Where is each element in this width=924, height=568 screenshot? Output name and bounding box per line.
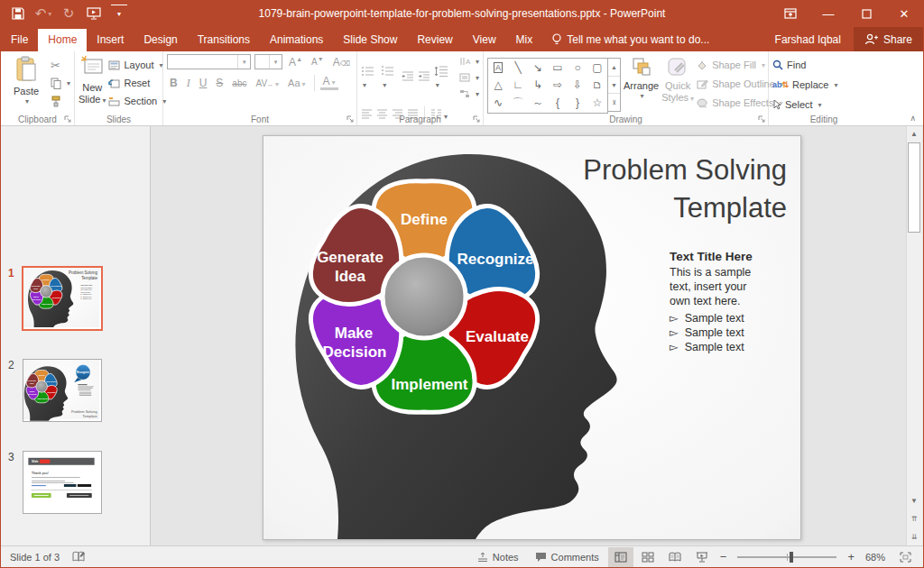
tab-view[interactable]: View bbox=[463, 29, 506, 51]
section-button[interactable]: Section▾ bbox=[108, 94, 166, 108]
ribbon-display-options-icon[interactable] bbox=[772, 0, 809, 27]
scroll-up-arrow[interactable]: ▲ bbox=[907, 126, 921, 141]
redo-icon[interactable]: ↻ bbox=[60, 5, 77, 22]
shape-right-arrow-icon[interactable]: ⇨ bbox=[553, 78, 562, 91]
quick-styles-button[interactable]: QuickStyles▾ bbox=[661, 54, 694, 112]
paste-button[interactable]: Paste▾ bbox=[5, 54, 48, 112]
drawing-dialog-launcher[interactable] bbox=[758, 115, 766, 124]
shape-down-arrow-icon[interactable]: ⇩ bbox=[573, 78, 582, 91]
shape-rectangle-icon[interactable]: ▭ bbox=[552, 61, 562, 74]
increase-indent-icon[interactable] bbox=[418, 71, 430, 84]
clipboard-dialog-launcher[interactable] bbox=[64, 115, 72, 124]
vertical-scrollbar[interactable]: ▲ ▼ ⇈ ⇊ bbox=[906, 126, 922, 545]
shapes-gallery-more[interactable]: ⊻ bbox=[608, 94, 620, 111]
tell-me-box[interactable]: Tell me what you want to do... bbox=[542, 29, 719, 51]
font-color-button[interactable]: A▾ bbox=[320, 77, 338, 90]
bullets-icon[interactable]: ▾ bbox=[361, 66, 377, 89]
zoom-out-button[interactable]: − bbox=[716, 550, 731, 563]
text-direction-icon[interactable]: A▾ bbox=[459, 54, 479, 69]
scrollbar-thumb[interactable] bbox=[908, 142, 920, 233]
shape-textbox-icon[interactable]: A bbox=[494, 62, 503, 73]
previous-slide-button[interactable]: ⇈ bbox=[907, 511, 921, 526]
shape-arc-icon[interactable]: ⌒ bbox=[513, 96, 523, 111]
font-size-combo[interactable]: ▾ bbox=[254, 54, 282, 69]
cut-icon[interactable]: ✂ bbox=[51, 58, 70, 72]
decrease-indent-icon[interactable] bbox=[402, 71, 414, 84]
character-spacing-button[interactable]: AV↔▾ bbox=[253, 78, 282, 88]
maximize-button[interactable] bbox=[847, 0, 885, 27]
zoom-in-button[interactable]: + bbox=[844, 550, 858, 563]
arrange-button[interactable]: Arrange▾ bbox=[624, 54, 659, 112]
new-slide-button[interactable]: NewSlide▾ bbox=[79, 54, 106, 112]
comments-toggle[interactable]: Comments bbox=[528, 545, 606, 568]
shapes-scroll-down[interactable]: ▼ bbox=[608, 77, 620, 95]
slide-thumbnail-3[interactable] bbox=[23, 451, 102, 514]
tab-animations[interactable]: Animations bbox=[260, 29, 333, 51]
copy-icon[interactable]: ▾ bbox=[51, 76, 70, 90]
tab-insert[interactable]: Insert bbox=[87, 29, 134, 51]
reset-button[interactable]: Reset bbox=[108, 76, 166, 90]
font-dialog-launcher[interactable] bbox=[346, 115, 355, 124]
subscript-strike-button[interactable]: abc bbox=[229, 78, 249, 88]
paragraph-dialog-launcher[interactable] bbox=[473, 115, 481, 124]
replace-button[interactable]: ab⇅Replace▾ bbox=[772, 78, 837, 92]
zoom-level[interactable]: 68% bbox=[860, 545, 891, 568]
align-text-icon[interactable]: ▾ bbox=[459, 70, 479, 85]
zoom-slider[interactable] bbox=[737, 556, 836, 558]
next-slide-button[interactable]: ⇊ bbox=[907, 529, 921, 544]
clear-formatting-icon[interactable]: A⌫ bbox=[330, 56, 353, 69]
underline-button[interactable]: U bbox=[197, 77, 210, 89]
scroll-down-arrow[interactable]: ▼ bbox=[907, 493, 921, 508]
customize-qat-icon[interactable]: ▾ bbox=[111, 5, 127, 23]
grow-font-icon[interactable]: A▲ bbox=[286, 56, 305, 69]
find-button[interactable]: Find bbox=[772, 58, 837, 72]
convert-smartart-icon[interactable]: ▾ bbox=[459, 87, 479, 101]
shape-oval-icon[interactable]: ○ bbox=[574, 61, 580, 74]
bold-button[interactable]: B bbox=[167, 77, 180, 89]
tab-review[interactable]: Review bbox=[407, 29, 462, 51]
numbering-icon[interactable]: ▾ bbox=[381, 66, 397, 89]
format-painter-icon[interactable] bbox=[51, 94, 70, 108]
undo-icon[interactable]: ↶▾ bbox=[35, 5, 51, 22]
slide-show-view-button[interactable] bbox=[689, 547, 715, 567]
font-name-combo[interactable]: ▾ bbox=[167, 54, 251, 69]
shape-line-icon[interactable]: ╲ bbox=[514, 61, 521, 74]
slide-thumbnail-2[interactable] bbox=[23, 359, 102, 422]
shape-star-icon[interactable]: ☆ bbox=[593, 96, 603, 109]
proofing-icon[interactable] bbox=[72, 551, 86, 563]
slide-sorter-view-button[interactable] bbox=[635, 547, 661, 567]
main-slide-canvas[interactable] bbox=[263, 135, 801, 540]
reading-view-button[interactable] bbox=[662, 547, 688, 567]
change-case-button[interactable]: Aa▾ bbox=[285, 78, 308, 88]
close-button[interactable]: ✕ bbox=[885, 0, 923, 27]
start-from-beginning-icon[interactable] bbox=[86, 5, 102, 22]
layout-button[interactable]: Layout▾ bbox=[108, 58, 166, 72]
tab-mix[interactable]: Mix bbox=[506, 29, 543, 51]
italic-button[interactable]: I bbox=[184, 77, 193, 90]
shape-right-brace-icon[interactable]: } bbox=[576, 96, 579, 109]
shapes-scroll-up[interactable]: ▲ bbox=[608, 59, 620, 77]
share-button[interactable]: Share bbox=[854, 27, 923, 51]
notes-toggle[interactable]: Notes bbox=[470, 545, 526, 568]
shape-arrow-icon[interactable]: ↘ bbox=[533, 61, 542, 74]
minimize-button[interactable]: — bbox=[809, 0, 847, 27]
shape-left-brace-icon[interactable]: { bbox=[556, 96, 559, 109]
shape-callout-icon[interactable]: 🗅 bbox=[592, 78, 603, 91]
normal-view-button[interactable] bbox=[608, 547, 633, 567]
select-button[interactable]: Select▾ bbox=[772, 97, 837, 112]
tab-design[interactable]: Design bbox=[134, 29, 187, 51]
shape-scribble-icon[interactable]: ∿ bbox=[494, 96, 503, 109]
zoom-slider-thumb[interactable] bbox=[790, 552, 793, 563]
line-spacing-icon[interactable]: ▾ bbox=[434, 66, 450, 89]
tab-home[interactable]: Home bbox=[38, 29, 87, 51]
slide-thumbnail-1[interactable] bbox=[22, 266, 103, 331]
shape-elbow-icon[interactable]: ∟ bbox=[513, 78, 523, 91]
tab-transitions[interactable]: Transitions bbox=[188, 29, 260, 51]
save-icon[interactable] bbox=[10, 5, 26, 22]
shape-rounded-rect-icon[interactable]: ▢ bbox=[592, 61, 602, 74]
shape-elbow-arrow-icon[interactable]: ↳ bbox=[533, 78, 542, 91]
shape-triangle-icon[interactable]: △ bbox=[494, 78, 502, 91]
shape-curve-icon[interactable]: ～ bbox=[532, 96, 543, 111]
tab-slide-show[interactable]: Slide Show bbox=[333, 29, 407, 51]
collapse-ribbon-icon[interactable]: ∧ bbox=[910, 114, 916, 123]
